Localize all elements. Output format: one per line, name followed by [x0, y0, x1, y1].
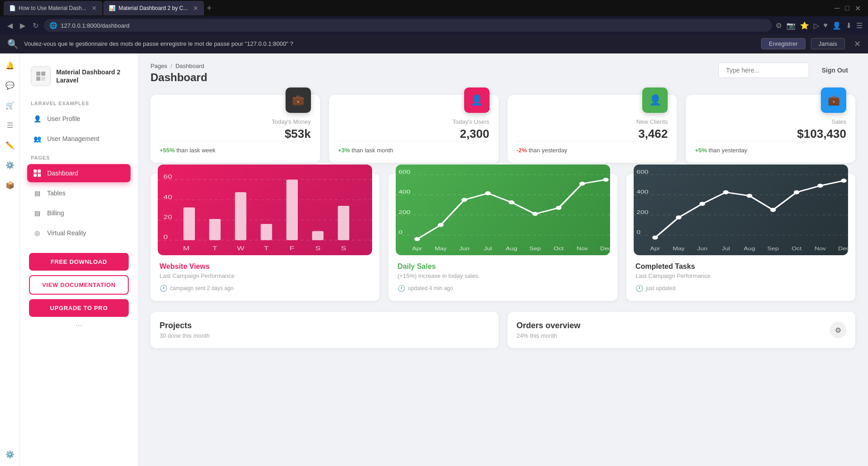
money-icon: 💼: [286, 87, 311, 113]
main-header: Pages / Dashboard Dashboard Sign Out: [150, 63, 855, 84]
browser-tab-2[interactable]: 📊 Material Dashboard 2 by C... ✕: [103, 1, 204, 15]
website-views-title: Website Views: [160, 262, 370, 271]
browser-minimize[interactable]: ─: [834, 4, 839, 13]
sidebar-item-billing[interactable]: ▤ Billing: [27, 204, 131, 222]
svg-text:Jun: Jun: [697, 246, 708, 251]
svg-point-40: [461, 198, 467, 202]
svg-text:20: 20: [164, 214, 172, 220]
svg-text:60: 60: [164, 174, 172, 180]
completed-tasks-body: Completed Tasks Last Campaign Performanc…: [626, 255, 855, 301]
svg-point-46: [603, 178, 609, 182]
refresh-button[interactable]: ↻: [31, 19, 40, 32]
svg-text:Jun: Jun: [459, 246, 470, 251]
money-change: +55%: [160, 147, 175, 154]
browser-action-8[interactable]: ☰: [856, 21, 863, 30]
rail-icon-package[interactable]: 📦: [4, 179, 16, 191]
sign-out-button[interactable]: Sign Out: [815, 63, 855, 78]
browser-maximize[interactable]: □: [845, 4, 849, 13]
forward-button[interactable]: ▶: [18, 19, 27, 32]
users-footer: +3% than lask month: [338, 141, 490, 154]
sales-value: $103,430: [695, 127, 846, 141]
svg-text:Jul: Jul: [484, 246, 492, 251]
url-bar[interactable]: 🌐 127.0.0.1:8000/dashboard: [44, 19, 772, 32]
page-title: Dashboard: [150, 71, 207, 84]
sales-footer-text: than yesterday: [708, 147, 747, 154]
sidebar-item-label: User Profile: [47, 115, 80, 122]
sidebar-item-label: Billing: [47, 209, 64, 217]
sales-footer: +5% than yesterday: [695, 141, 846, 154]
users-icon: 👤: [464, 87, 490, 113]
brand-name: Material Dashboard 2: [56, 68, 121, 76]
browser-action-6[interactable]: 👤: [832, 21, 841, 30]
browser-action-3[interactable]: ⭐: [800, 21, 809, 30]
browser-close[interactable]: ✕: [855, 4, 861, 13]
completed-tasks-footer-text: just updated: [646, 285, 675, 291]
svg-rect-5: [38, 170, 41, 173]
orders-settings-button[interactable]: ⚙: [830, 322, 846, 338]
website-views-body: Website Views Last Campaign Performance …: [150, 255, 379, 301]
new-tab-button[interactable]: +: [207, 4, 212, 13]
clients-label: New Clients: [517, 118, 668, 125]
users-label: Today's Users: [338, 118, 490, 125]
rail-icon-settings2[interactable]: ⚙️: [4, 448, 16, 461]
save-password-button[interactable]: Enregistrer: [761, 38, 805, 49]
svg-rect-0: [36, 72, 40, 76]
svg-rect-18: [235, 192, 246, 240]
tab-1-close[interactable]: ✕: [92, 5, 97, 12]
rail-icon-bell[interactable]: 🔔: [4, 59, 16, 72]
sidebar-item-label: Virtual Reality: [47, 229, 86, 237]
browser-tab-1[interactable]: 📄 How to Use Material Dash... ✕: [4, 1, 102, 15]
money-footer: +55% than lask week: [160, 141, 311, 154]
url-text: 127.0.0.1:8000/dashboard: [61, 22, 130, 29]
rail-icon-chat[interactable]: 💬: [4, 79, 16, 92]
svg-text:M: M: [183, 245, 189, 251]
never-save-button[interactable]: Jamais: [811, 38, 845, 49]
password-bar-close[interactable]: ✕: [854, 39, 861, 49]
browser-tabs: 📄 How to Use Material Dash... ✕ 📊 Materi…: [0, 0, 868, 16]
sidebar-item-tables[interactable]: ▤ Tables: [27, 184, 131, 202]
sidebar: Material Dashboard 2 Laravel LARAVEL EXA…: [20, 53, 138, 466]
back-button[interactable]: ◀: [5, 19, 15, 32]
browser-action-1[interactable]: ⚙: [776, 21, 782, 30]
svg-point-43: [532, 212, 538, 216]
rail-icon-menu[interactable]: ☰: [4, 119, 16, 131]
stat-card-sales: 💼 Sales $103,430 +5% than yesterday: [686, 95, 855, 163]
sidebar-item-user-profile[interactable]: 👤 User Profile: [27, 110, 131, 128]
free-download-button[interactable]: FREE DOWNLOAD: [29, 253, 129, 271]
sidebar-item-label: User Management: [47, 135, 99, 142]
stat-cards: 💼 Today's Money $53k +55% than lask week…: [150, 95, 855, 163]
sidebar-actions: FREE DOWNLOAD VIEW DOCUMENTATION UPGRADE…: [27, 253, 131, 317]
tab-2-close[interactable]: ✕: [193, 5, 199, 12]
browser-action-5[interactable]: ♥: [824, 21, 828, 30]
upgrade-to-pro-button[interactable]: UPGRADE TO PRO: [29, 299, 129, 317]
sidebar-item-user-management[interactable]: 👥 User Management: [27, 130, 131, 148]
svg-rect-19: [261, 224, 272, 240]
projects-card: Projects 30 done this month: [150, 312, 499, 348]
sidebar-item-virtual-reality[interactable]: ◎ Virtual Reality: [27, 224, 131, 242]
clock-icon-2: 🕐: [398, 285, 405, 292]
rail-icon-cart[interactable]: 🛒: [4, 99, 16, 112]
stat-card-money: 💼 Today's Money $53k +55% than lask week: [150, 95, 320, 163]
browser-action-7[interactable]: ⬇: [846, 21, 852, 30]
svg-point-38: [414, 237, 420, 241]
sidebar-item-dashboard[interactable]: Dashboard: [27, 164, 131, 182]
rail-icon-edit[interactable]: ✏️: [4, 139, 16, 151]
sidebar-more[interactable]: ···: [27, 320, 131, 330]
breadcrumb: Pages / Dashboard: [150, 63, 207, 69]
bottom-row: Projects 30 done this month Orders overv…: [150, 312, 855, 348]
browser-action-icons: ⚙ 📷 ⭐ ▷ ♥ 👤 ⬇ ☰: [776, 21, 863, 30]
search-input[interactable]: [718, 63, 809, 78]
rail-icon-settings[interactable]: ⚙️: [4, 159, 16, 171]
daily-sales-title: Daily Sales: [398, 262, 608, 271]
view-documentation-button[interactable]: VIEW DOCUMENTATION: [29, 275, 129, 295]
tab-2-label: Material Dashboard 2 by C...: [118, 5, 188, 11]
clients-icon: 👤: [642, 87, 668, 113]
svg-rect-3: [41, 77, 45, 81]
svg-point-41: [485, 191, 491, 195]
breadcrumb-pages[interactable]: Pages: [150, 63, 169, 69]
svg-rect-20: [286, 180, 298, 240]
svg-text:Dec: Dec: [600, 246, 610, 251]
svg-text:T: T: [213, 245, 218, 251]
browser-action-4[interactable]: ▷: [814, 21, 819, 30]
browser-action-2[interactable]: 📷: [786, 21, 795, 30]
